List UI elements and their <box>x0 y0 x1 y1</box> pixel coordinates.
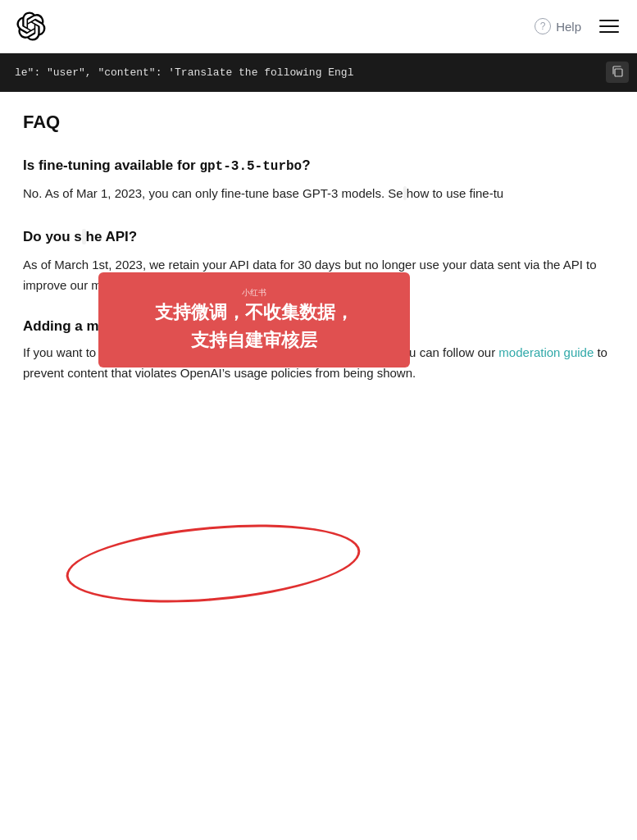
faq-q1-suffix: ? <box>302 158 310 173</box>
faq-question-1: Is fine-tuning available for gpt-3.5-tur… <box>23 156 614 176</box>
annotation-circle <box>63 514 363 613</box>
red-banner: 小红书 支持微调，不收集数据， 支持自建审核层 <box>98 272 410 368</box>
moderation-guide-link[interactable]: moderation guide <box>498 345 594 359</box>
red-banner-line1: 支持微调，不收集数据， <box>121 300 387 325</box>
faq-item-1: Is fine-tuning available for gpt-3.5-tur… <box>23 156 614 204</box>
faq-q1-prefix: Is fine-tuning available for <box>23 158 199 173</box>
copy-icon <box>611 65 624 78</box>
faq-a1-end: how to use fine-tu <box>407 186 503 200</box>
red-banner-line2: 支持自建审核层 <box>121 328 387 353</box>
hamburger-line-3 <box>599 31 619 33</box>
header-actions: ? Help <box>535 18 621 34</box>
faq-title: FAQ <box>23 112 614 133</box>
hamburger-line-1 <box>599 20 619 21</box>
svg-rect-0 <box>615 69 622 76</box>
faq-q2-start: Do you s <box>23 229 82 244</box>
xiaohongshu-badge: 小红书 <box>121 287 387 299</box>
code-content: le": "user", "content": 'Translate the f… <box>15 66 353 79</box>
copy-code-button[interactable] <box>606 62 629 83</box>
faq-q2-end: he API? <box>86 229 138 244</box>
faq-answer-1: No. As of Mar 1, 2023, you can only fine… <box>23 184 614 204</box>
help-button[interactable]: ? Help <box>535 18 581 34</box>
faq-q1-code: gpt-3.5-turbo <box>199 159 302 174</box>
logo-area <box>16 11 46 41</box>
help-label: Help <box>556 20 581 34</box>
menu-button[interactable] <box>598 18 621 34</box>
help-circle-icon: ? <box>535 18 551 34</box>
hamburger-line-2 <box>599 25 619 27</box>
faq-question-2: Do you s he API? <box>23 227 614 247</box>
faq-a1-visible: No. As of Mar 1, 2023, you can only fine… <box>23 186 403 200</box>
app-header: ? Help <box>0 0 637 53</box>
openai-logo-icon <box>16 11 46 41</box>
code-block: le": "user", "content": 'Translate the f… <box>0 53 637 92</box>
main-content: FAQ Is fine-tuning available for gpt-3.5… <box>0 92 637 427</box>
